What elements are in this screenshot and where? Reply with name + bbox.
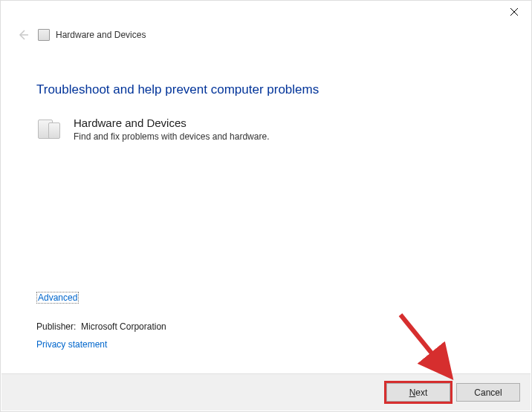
back-arrow-icon	[17, 29, 29, 41]
bottom-block: Advanced Publisher: Microsoft Corporatio…	[36, 292, 166, 350]
close-button[interactable]	[497, 1, 531, 23]
page-heading: Troubleshoot and help prevent computer p…	[36, 82, 496, 97]
annotation-arrow-icon	[395, 309, 469, 383]
header-title: Hardware and Devices	[56, 30, 146, 40]
cancel-button[interactable]: Cancel	[456, 383, 520, 402]
header: Hardware and Devices	[1, 26, 531, 54]
back-button	[14, 26, 32, 44]
troubleshooter-description: Find and fix problems with devices and h…	[74, 131, 269, 142]
troubleshooter-texts: Hardware and Devices Find and fix proble…	[74, 117, 269, 142]
troubleshooter-icon	[38, 29, 50, 41]
svg-line-3	[400, 315, 445, 370]
advanced-link[interactable]: Advanced	[36, 292, 79, 304]
troubleshooter-item: Hardware and Devices Find and fix proble…	[36, 117, 496, 143]
titlebar	[1, 1, 531, 26]
publisher-label: Publisher:	[36, 321, 76, 332]
next-button[interactable]: Next	[386, 383, 450, 402]
troubleshooter-title: Hardware and Devices	[74, 117, 269, 129]
publisher-value: Microsoft Corporation	[81, 321, 166, 332]
publisher-row: Publisher: Microsoft Corporation	[36, 321, 166, 332]
close-icon	[510, 8, 518, 16]
content-area: Troubleshoot and help prevent computer p…	[1, 54, 531, 143]
hardware-devices-icon	[36, 117, 63, 143]
privacy-statement-link[interactable]: Privacy statement	[36, 339, 107, 350]
footer: Next Cancel	[1, 373, 531, 411]
next-button-rest: ext	[415, 388, 427, 398]
